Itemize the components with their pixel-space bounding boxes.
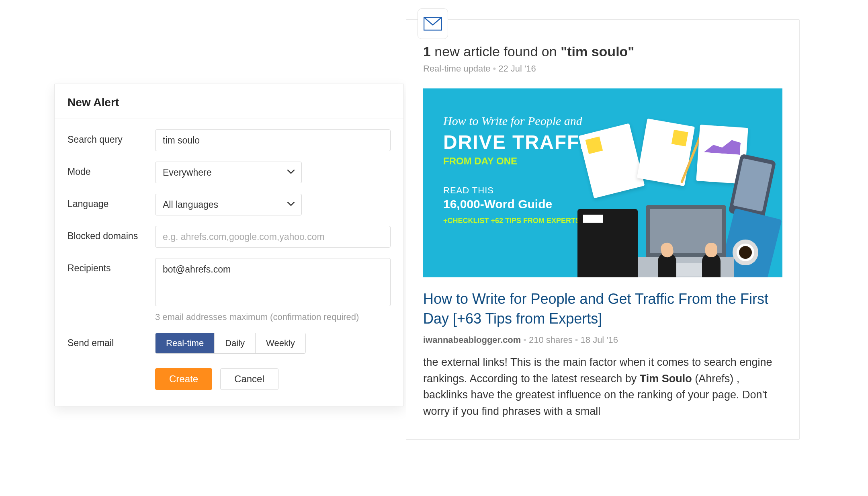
label-recipients: Recipients: [68, 258, 155, 274]
separator-dot: •: [575, 335, 578, 345]
language-select[interactable]: [155, 194, 302, 215]
row-recipients: Recipients 3 email addresses maximum (co…: [68, 258, 391, 322]
create-button[interactable]: Create: [155, 368, 212, 390]
email-title-text: new article found on: [431, 44, 561, 59]
article-domain: iwannabeablogger.com: [423, 335, 521, 345]
send-email-daily[interactable]: Daily: [215, 333, 256, 353]
article-card: How to Write for People and DRIVE TRAFFI…: [423, 88, 782, 419]
article-title-link[interactable]: How to Write for People and Get Traffic …: [423, 289, 782, 328]
separator-dot: •: [493, 64, 496, 74]
email-count: 1: [423, 44, 431, 59]
notebook-icon: [577, 209, 638, 277]
article-hero-image: How to Write for People and DRIVE TRAFFI…: [423, 88, 782, 277]
label-mode: Mode: [68, 162, 155, 177]
send-email-realtime[interactable]: Real-time: [156, 333, 215, 353]
excerpt-highlight: Tim Soulo: [640, 373, 692, 385]
article-shares: 210 shares: [529, 335, 573, 345]
send-email-segmented: Real-time Daily Weekly: [155, 333, 306, 354]
email-update-type: Real-time update: [423, 64, 491, 74]
label-blocked-domains: Blocked domains: [68, 226, 155, 242]
panel-body: Search query Mode Language: [55, 119, 403, 406]
recipients-input[interactable]: [155, 258, 391, 306]
search-query-input[interactable]: [155, 129, 391, 151]
hand-icon: [658, 253, 676, 277]
paper-icon: [637, 119, 695, 187]
email-query: "tim soulo": [561, 44, 634, 59]
label-search-query: Search query: [68, 129, 155, 145]
recipients-helper-text: 3 email addresses maximum (confirmation …: [155, 312, 391, 322]
email-date: 22 Jul '16: [498, 64, 536, 74]
mail-icon: [418, 8, 448, 39]
panel-title: New Alert: [68, 96, 391, 109]
label-send-email: Send email: [68, 333, 155, 348]
separator-dot: •: [523, 335, 526, 345]
new-alert-panel: New Alert Search query Mode Language: [54, 84, 404, 406]
email-title: 1 new article found on "tim soulo": [423, 44, 782, 59]
panel-header: New Alert: [55, 84, 403, 119]
coffee-mug-icon: [733, 240, 758, 265]
article-excerpt: the external links! This is the main fac…: [423, 354, 782, 419]
paper-icon: [579, 123, 645, 199]
row-search-query: Search query: [68, 129, 391, 151]
cancel-button[interactable]: Cancel: [220, 368, 278, 390]
email-subtitle: Real-time update•22 Jul '16: [423, 64, 782, 74]
hand-icon: [702, 253, 721, 277]
email-preview-panel: 1 new article found on "tim soulo" Real-…: [406, 19, 800, 440]
action-buttons: Create Cancel: [155, 368, 391, 390]
row-blocked-domains: Blocked domains: [68, 226, 391, 248]
blocked-domains-input[interactable]: [155, 226, 391, 248]
article-date: 18 Jul '16: [581, 335, 618, 345]
label-language: Language: [68, 194, 155, 209]
row-send-email: Send email Real-time Daily Weekly: [68, 333, 391, 354]
mode-select[interactable]: [155, 162, 302, 183]
row-mode: Mode: [68, 162, 391, 183]
article-meta: iwannabeablogger.com•210 shares•18 Jul '…: [423, 335, 782, 345]
hero-illustration: [569, 125, 770, 277]
send-email-weekly[interactable]: Weekly: [256, 333, 305, 353]
row-language: Language: [68, 194, 391, 215]
